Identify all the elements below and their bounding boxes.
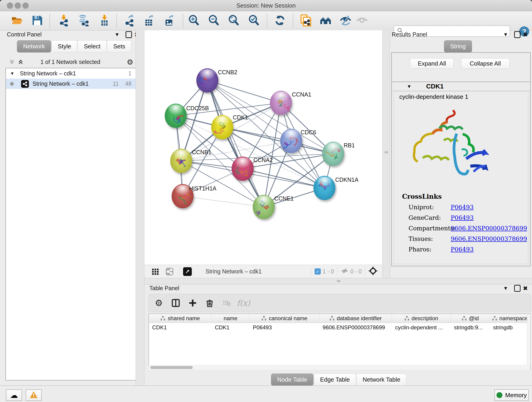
node-CCNB2[interactable] (196, 68, 218, 93)
table-row[interactable]: CDK1CDK1P064939606.ENSP00000378699cyclin… (149, 323, 530, 332)
node-CCNE1[interactable] (253, 195, 275, 219)
column-header-shared-name[interactable]: shared name (149, 314, 212, 323)
export-table-button[interactable] (143, 14, 155, 27)
crosslink-link[interactable]: P06493 (451, 246, 474, 253)
open-session-button[interactable] (11, 14, 23, 27)
table-panel-float-button[interactable] (514, 285, 520, 292)
show-all-button[interactable] (355, 14, 368, 27)
network-options-gear-icon[interactable]: ⚙ (127, 58, 133, 66)
network-canvas[interactable]: CCNB2CCNA1CDC25BCDK1CDC6RB1CCNB1CCNA2CDK… (144, 30, 382, 265)
splitter-grip[interactable] (337, 280, 341, 282)
results-panel-menu-button[interactable]: ▼ (503, 32, 508, 38)
tab-sets[interactable]: Sets (107, 40, 131, 52)
control-panel-float-button[interactable] (126, 31, 132, 38)
network-view-footer: String Network – cdk1 ✓ 1 - 0 0 - 0 (144, 265, 382, 278)
copy-style-button[interactable] (299, 14, 312, 27)
birdseye-view-icon[interactable] (183, 267, 192, 276)
memory-button[interactable]: Memory (494, 389, 529, 401)
tab-edge-table[interactable]: Edge Table (314, 374, 356, 386)
node-CDK1[interactable] (211, 115, 233, 139)
column-header-namespace[interactable]: namespace (490, 314, 530, 323)
hidden-eye-icon[interactable] (341, 267, 348, 276)
crosshair-icon[interactable] (368, 266, 378, 277)
protein-header[interactable]: ▼ CDK1 (392, 82, 530, 91)
column-header-database-identifier[interactable]: database identifier (319, 314, 392, 323)
table-cell[interactable]: CDK1 (212, 323, 250, 332)
import-network-database-button[interactable] (77, 14, 90, 27)
protein-expander-icon[interactable]: ▼ (407, 84, 412, 89)
control-panel-menu-button[interactable]: ▼ (114, 32, 120, 38)
zoom-fit-button[interactable] (227, 14, 240, 27)
tab-style[interactable]: Style (51, 40, 77, 52)
zoom-in-button[interactable] (187, 14, 200, 27)
tab-select[interactable]: Select (78, 40, 107, 52)
delete-column-icon[interactable] (203, 296, 216, 310)
node-CDC25B[interactable] (165, 104, 187, 128)
table-cell[interactable]: CDK1 (149, 323, 212, 332)
column-header-description[interactable]: description (392, 314, 451, 323)
crosslink-link[interactable]: P06493 (451, 204, 474, 211)
edge-CCNA2-CDKN1A[interactable] (243, 169, 324, 188)
warnings-button[interactable] (26, 389, 42, 401)
table-panel-close-button[interactable]: ✖ (523, 285, 528, 292)
table-cell[interactable]: P06493 (249, 323, 319, 332)
node-CDC6[interactable] (280, 129, 302, 153)
collapse-all-button[interactable]: Collapse All (461, 58, 510, 69)
column-header-@id[interactable]: @id (451, 314, 490, 323)
show-columns-icon[interactable] (169, 296, 183, 310)
function-builder-icon[interactable]: f(x) (237, 296, 250, 310)
crosslink-label: Uniprot: (409, 204, 434, 211)
tab-node-table[interactable]: Node Table (271, 374, 313, 386)
refresh-view-button[interactable] (273, 14, 286, 27)
table-vscrollbar[interactable] (527, 314, 530, 365)
network-row[interactable]: String Network – cdk1 11 48 (6, 79, 136, 89)
collection-expander-icon[interactable]: ▼ (10, 71, 14, 76)
node-CCNA2[interactable] (232, 157, 254, 181)
crosslink-link[interactable]: 9606.ENSP00000378699 (451, 235, 527, 242)
zoom-out-button[interactable] (207, 14, 220, 27)
node-CDKN1A[interactable] (313, 176, 336, 200)
control-panel-splitter[interactable] (136, 30, 144, 385)
grid-view-icon[interactable] (148, 265, 162, 279)
table-cell[interactable]: cyclin-dependent ... (392, 323, 451, 332)
node-CCNA1[interactable] (270, 91, 292, 115)
delete-table-icon[interactable] (220, 296, 234, 310)
tab-network-table[interactable]: Network Table (356, 374, 406, 386)
results-panel-splitter[interactable] (383, 30, 390, 278)
hscroll-thumb[interactable] (150, 366, 193, 369)
table-cell[interactable]: 9606.ENSP00000378699 (319, 323, 392, 332)
expand-all-button[interactable]: Expand All (410, 58, 454, 69)
splitter-grip[interactable] (385, 151, 388, 153)
network-collection-row[interactable]: ▼ String Network – cdk1 1 (6, 68, 136, 79)
network-share-icon[interactable] (163, 265, 177, 279)
table-cell[interactable]: stringdb (490, 323, 530, 332)
table-cell[interactable]: stringdb:9... (451, 323, 490, 332)
results-panel-float-button[interactable] (514, 31, 520, 38)
column-header-name[interactable]: name (212, 314, 250, 323)
export-network-button[interactable] (123, 14, 136, 27)
table-hscrollbar[interactable] (148, 365, 530, 370)
export-image-button[interactable] (163, 14, 176, 27)
cloud-status-button[interactable]: ☁ (6, 389, 22, 401)
crosslink-link[interactable]: 9606.ENSP00000378699 (451, 225, 527, 232)
node-CCNB1[interactable] (170, 149, 192, 173)
node-RB1[interactable] (322, 142, 344, 166)
save-session-button[interactable] (31, 14, 44, 27)
results-panel-close-button[interactable]: ✖ (523, 31, 528, 38)
table-options-gear-icon[interactable]: ⚙ (152, 296, 166, 310)
hide-selected-button[interactable] (339, 14, 352, 27)
column-header-canonical-name[interactable]: canonical name (249, 314, 319, 323)
import-table-file-button[interactable] (98, 14, 111, 27)
zoom-selected-button[interactable] (247, 14, 260, 27)
crosslink-link[interactable]: P06493 (451, 214, 474, 221)
add-column-icon[interactable] (186, 296, 200, 310)
tab-network[interactable]: Network (17, 40, 51, 52)
import-network-file-button[interactable] (57, 14, 70, 27)
table-panel-splitter[interactable] (144, 278, 532, 284)
toolbar-separator (116, 13, 117, 28)
edge-HIST1H1A-CCNE1[interactable] (183, 196, 264, 207)
selected-checkbox[interactable]: ✓ (315, 268, 321, 274)
table-panel-menu-button[interactable]: ▼ (503, 285, 508, 291)
tab-string[interactable]: String (444, 40, 472, 52)
first-neighbors-button[interactable] (319, 14, 332, 27)
